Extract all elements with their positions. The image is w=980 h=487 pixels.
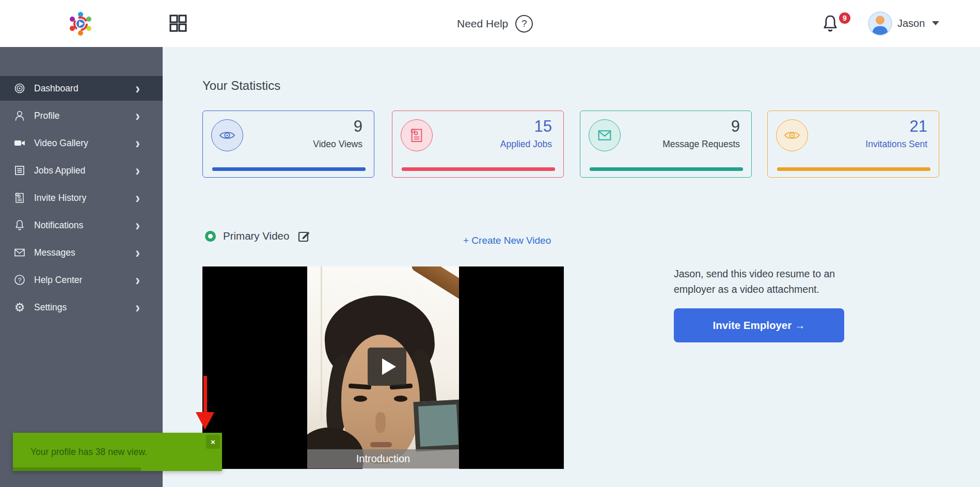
invite-message: Jason, send this video resume to an empl… [674, 266, 855, 297]
sidebar-nav: Dashboard › Profile › Video Gallery › [0, 47, 163, 487]
stat-value: 9 [731, 117, 740, 136]
video-title: Introduction [356, 453, 410, 465]
stat-card-invitations-sent[interactable]: 21 Invitations Sent [767, 111, 939, 178]
dashboard-target-icon [13, 82, 26, 95]
gear-icon: ⚙ [13, 301, 26, 313]
user-name: Jason [897, 18, 925, 29]
video-camera-icon [13, 137, 26, 149]
play-icon [382, 358, 396, 375]
chevron-right-icon: › [135, 137, 140, 149]
play-button[interactable] [368, 348, 406, 386]
chevron-right-icon: › [135, 192, 140, 204]
stat-underline-bar [402, 167, 555, 171]
caret-down-icon [932, 21, 939, 25]
close-icon[interactable]: × [206, 435, 220, 449]
stat-value: 9 [354, 117, 362, 136]
bell-icon [13, 219, 26, 231]
primary-video-radio[interactable] [205, 231, 216, 242]
stat-card-video-views[interactable]: 9 Video Views [202, 111, 374, 178]
sidebar-item-profile[interactable]: Profile › [0, 103, 163, 128]
notifications-bell-button[interactable]: 9 [821, 13, 852, 37]
document-list-icon [13, 164, 26, 177]
svg-text:?: ? [18, 277, 22, 284]
sidebar-item-notifications[interactable]: Notifications › [0, 213, 163, 238]
page-title: Your Statistics [202, 78, 280, 93]
picture-frame [414, 400, 459, 452]
sidebar-item-label: Jobs Applied [34, 165, 85, 176]
chevron-right-icon: › [135, 302, 140, 313]
edit-pencil-icon[interactable] [297, 229, 311, 243]
sidebar-item-label: Messages [34, 247, 75, 258]
stat-value: 15 [534, 117, 552, 136]
toast-timer-bar [13, 467, 141, 471]
sidebar-item-label: Video Gallery [34, 138, 88, 149]
stat-label: Message Requests [662, 139, 740, 150]
stat-underline-bar [212, 167, 366, 171]
need-help-label: Need Help [457, 18, 508, 30]
stat-card-message-requests[interactable]: 9 Message Requests [580, 111, 752, 178]
bell-icon [821, 13, 840, 34]
top-header: Need Help ? 9 Jason [0, 0, 980, 47]
stat-label: Applied Jobs [500, 139, 552, 150]
stat-value: 21 [910, 117, 927, 136]
primary-video-label: Primary Video [223, 230, 289, 242]
stat-card-applied-jobs[interactable]: 15 Applied Jobs [392, 111, 564, 178]
stat-underline-bar [590, 167, 743, 171]
sidebar-item-help-center[interactable]: ? Help Center › [0, 268, 163, 292]
resume-icon [401, 119, 433, 151]
sidebar-item-jobs-applied[interactable]: Jobs Applied › [0, 158, 163, 183]
user-menu[interactable]: Jason [868, 10, 939, 36]
user-avatar [868, 11, 892, 36]
sidebar-item-settings[interactable]: ⚙ Settings › [0, 295, 163, 320]
chevron-right-icon: › [135, 165, 140, 177]
chevron-right-icon: › [135, 219, 140, 231]
create-new-video-link[interactable]: + Create New Video [463, 235, 551, 246]
eye-icon [776, 119, 808, 151]
invite-resume-icon [13, 192, 26, 204]
chevron-right-icon: › [135, 110, 140, 122]
sidebar-item-label: Notifications [34, 220, 83, 231]
chevron-right-icon: › [135, 247, 140, 259]
invite-employer-button[interactable]: Invite Employer → [674, 308, 844, 342]
eye-icon [211, 119, 243, 151]
sidebar-item-label: Settings [34, 302, 67, 313]
ceiling-fan-blade [410, 266, 459, 304]
sidebar-item-label: Profile [34, 111, 60, 121]
sidebar-item-video-gallery[interactable]: Video Gallery › [0, 131, 163, 155]
person-icon [13, 109, 26, 122]
notification-count-badge: 9 [838, 11, 851, 25]
video-player[interactable]: Introduction [202, 266, 564, 469]
primary-video-header: Primary Video [205, 229, 311, 243]
toast-message: Your profile has 38 new view. [30, 433, 147, 471]
app-logo-icon [67, 10, 94, 37]
video-caption-bar: Introduction [307, 449, 459, 468]
sidebar-item-messages[interactable]: Messages › [0, 240, 163, 265]
sidebar-item-label: Dashboard [34, 83, 78, 94]
profile-views-toast: Your profile has 38 new view. × [13, 433, 222, 471]
sidebar-item-invite-history[interactable]: Invite History › [0, 185, 163, 210]
sidebar-item-label: Help Center [34, 275, 82, 286]
stat-underline-bar [777, 167, 930, 171]
envelope-icon [589, 119, 621, 151]
stat-label: Video Views [313, 139, 362, 150]
app-root: Need Help ? 9 Jason [0, 0, 980, 487]
chevron-right-icon: › [135, 274, 140, 286]
envelope-icon [13, 246, 26, 259]
help-question-icon[interactable]: ? [515, 15, 533, 33]
sidebar-item-dashboard[interactable]: Dashboard › [0, 76, 163, 101]
need-help-link[interactable]: Need Help ? [457, 0, 533, 47]
sidebar-item-label: Invite History [34, 193, 86, 203]
stat-label: Invitations Sent [865, 139, 927, 150]
apps-grid-icon[interactable] [169, 14, 187, 33]
chevron-right-icon: › [135, 83, 140, 95]
question-circle-icon: ? [13, 274, 26, 286]
